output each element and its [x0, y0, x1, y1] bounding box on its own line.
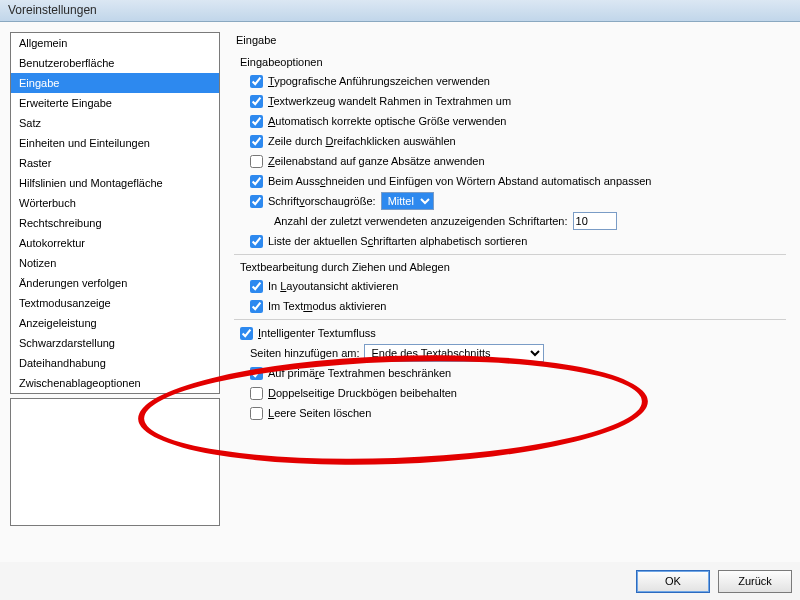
checkbox[interactable] [250, 235, 263, 248]
recent-fonts-label: Anzahl der zuletzt verwendeten anzuzeige… [274, 212, 568, 230]
checkbox[interactable] [250, 387, 263, 400]
nav-item-hilfslinien-und-montagefl-che[interactable]: Hilfslinien und Montagefläche [11, 173, 219, 193]
nav-item-notizen[interactable]: Notizen [11, 253, 219, 273]
font-preview-select[interactable]: Mittel [381, 192, 434, 210]
window-title: Voreinstellungen [8, 3, 97, 17]
nav-item-w-rterbuch[interactable]: Wörterbuch [11, 193, 219, 213]
opt-keep-spreads[interactable]: Doppelseitige Druckbögen beibehalten [250, 384, 786, 402]
content-panel: Eingabe Eingabeoptionen Typografische An… [230, 32, 790, 552]
nav-item-raster[interactable]: Raster [11, 153, 219, 173]
nav-item-textmodusanzeige[interactable]: Textmodusanzeige [11, 293, 219, 313]
recent-fonts-input[interactable] [573, 212, 617, 230]
nav-item--nderungen-verfolgen[interactable]: Änderungen verfolgen [11, 273, 219, 293]
checkbox[interactable] [250, 195, 263, 208]
checkbox[interactable] [240, 327, 253, 340]
nav-item-erweiterte-eingabe[interactable]: Erweiterte Eingabe [11, 93, 219, 113]
nav-item-allgemein[interactable]: Allgemein [11, 33, 219, 53]
empty-panel [10, 398, 220, 526]
nav-item-benutzeroberfl-che[interactable]: Benutzeroberfläche [11, 53, 219, 73]
checkbox[interactable] [250, 280, 263, 293]
nav-item-dateihandhabung[interactable]: Dateihandhabung [11, 353, 219, 373]
checkbox[interactable] [250, 115, 263, 128]
button-bar: OK Zurück [0, 562, 800, 600]
opt-drag-story[interactable]: Im Textmodus aktivieren [250, 297, 786, 315]
opt-cut-paste-spacing[interactable]: Beim Ausschneiden und Einfügen von Wörte… [250, 172, 786, 190]
sidebar: AllgemeinBenutzeroberflächeEingabeErweit… [10, 32, 220, 552]
nav-item-autokorrektur[interactable]: Autokorrektur [11, 233, 219, 253]
ok-button[interactable]: OK [636, 570, 710, 593]
opt-limit-primary[interactable]: Auf primäre Textrahmen beschränken [250, 364, 786, 382]
opt-drag-layout[interactable]: In Layoutansicht aktivieren [250, 277, 786, 295]
add-pages-select[interactable]: Ende des Textabschnitts [364, 344, 544, 362]
dialog-body: AllgemeinBenutzeroberflächeEingabeErweit… [0, 22, 800, 562]
nav-item-zwischenablageoptionen[interactable]: Zwischenablageoptionen [11, 373, 219, 393]
nav-item-anzeigeleistung[interactable]: Anzeigeleistung [11, 313, 219, 333]
checkbox[interactable] [250, 407, 263, 420]
opt-delete-empty[interactable]: Leere Seiten löschen [250, 404, 786, 422]
titlebar: Voreinstellungen [0, 0, 800, 22]
checkbox[interactable] [250, 367, 263, 380]
separator [234, 254, 786, 255]
opt-text-tool-frame[interactable]: Textwerkzeug wandelt Rahmen in Textrahme… [250, 92, 786, 110]
checkbox[interactable] [250, 75, 263, 88]
opt-font-preview-size[interactable]: Schriftvorschaugröße: Mittel [250, 192, 786, 210]
separator [234, 319, 786, 320]
nav-item-rechtschreibung[interactable]: Rechtschreibung [11, 213, 219, 233]
checkbox[interactable] [250, 175, 263, 188]
nav-item-satz[interactable]: Satz [11, 113, 219, 133]
nav-item-eingabe[interactable]: Eingabe [11, 73, 219, 93]
checkbox[interactable] [250, 135, 263, 148]
opt-smart-reflow[interactable]: Intelligenter Textumfluss [240, 324, 786, 342]
recent-fonts-row: Anzahl der zuletzt verwendeten anzuzeige… [274, 212, 786, 230]
opt-leading-paragraph[interactable]: Zeilenabstand auf ganze Absätze anwenden [250, 152, 786, 170]
group-input-options: Eingabeoptionen [240, 56, 786, 68]
nav-list: AllgemeinBenutzeroberflächeEingabeErweit… [10, 32, 220, 394]
opt-typographic-quotes[interactable]: Typografische Anführungszeichen verwende… [250, 72, 786, 90]
checkbox[interactable] [250, 95, 263, 108]
add-pages-row: Seiten hinzufügen am: Ende des Textabsch… [250, 344, 786, 362]
checkbox[interactable] [250, 155, 263, 168]
group-drag-drop: Textbearbeitung durch Ziehen und Ablegen [240, 261, 786, 273]
nav-item-schwarzdarstellung[interactable]: Schwarzdarstellung [11, 333, 219, 353]
opt-sort-fonts[interactable]: Liste der aktuellen Schriftarten alphabe… [250, 232, 786, 250]
add-pages-label: Seiten hinzufügen am: [250, 344, 359, 362]
opt-auto-optical-size[interactable]: Automatisch korrekte optische Größe verw… [250, 112, 786, 130]
page-heading: Eingabe [236, 34, 786, 46]
back-button[interactable]: Zurück [718, 570, 792, 593]
checkbox[interactable] [250, 300, 263, 313]
opt-triple-click[interactable]: Zeile durch Dreifachklicken auswählen [250, 132, 786, 150]
nav-item-einheiten-und-einteilungen[interactable]: Einheiten und Einteilungen [11, 133, 219, 153]
